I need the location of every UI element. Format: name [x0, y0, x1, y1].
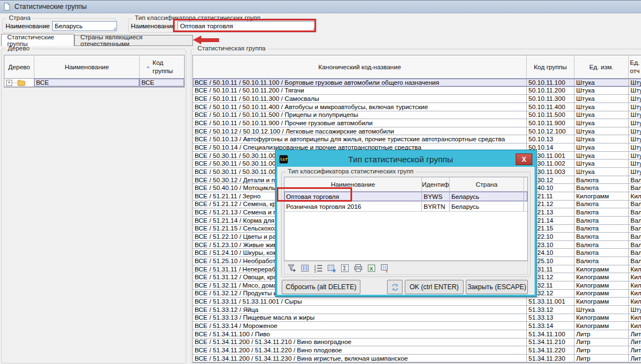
cell-unit-report: Штука — [629, 95, 641, 102]
statgroup-row[interactable]: ВСЕ / 50.10.11 / 50.10.11.400 / Автобусы… — [193, 103, 641, 111]
cell-unit: Штука — [574, 135, 629, 143]
tree-groupbox: Дерево Дерево Наименование ▲ Код группы … — [1, 49, 186, 363]
dialog-row[interactable]: Розничная торговля 2016 BYRTN Беларусь — [284, 202, 527, 212]
grid-setup-icon[interactable]: x — [380, 263, 390, 273]
cell-unit: Литр — [574, 355, 629, 362]
cell-unit: Валюта — [574, 201, 629, 208]
excel-export-icon[interactable]: X — [367, 263, 377, 273]
tab-statistical-groups[interactable]: Статистические группы — [1, 34, 74, 46]
cell-unit: Литр — [574, 346, 629, 354]
cell-canonical: ВСЕ / 50.10.11 / 50.10.11.400 / Автобусы… — [193, 103, 527, 111]
cell-unit: Литр — [574, 339, 629, 346]
tab-label: Страны являющиеся отечественными — [80, 34, 187, 47]
numbering-icon[interactable]: 123 — [313, 263, 323, 273]
classifier-field-label: Наименование — [131, 23, 175, 29]
col-unit[interactable]: Ед. изм. — [574, 55, 629, 78]
svg-text:X: X — [370, 266, 373, 271]
statgroup-row[interactable]: ВСЕ / 51.34.11.200 / 51.34.11.210 / Вино… — [193, 339, 641, 347]
dlg-col-scroll-gutter — [524, 177, 527, 191]
statgroup-row[interactable]: ВСЕ / 50.10.11 / 50.10.11.200 / Тягачи 5… — [193, 87, 641, 95]
close-button[interactable]: Закрыть (ESCAPE) — [466, 280, 528, 294]
statgroup-row[interactable]: ВСЕ / 51.33.13 / Пищевые масла и жиры 51… — [193, 314, 641, 322]
statgroup-row[interactable]: ВСЕ / 51.34.11.200 / 51.34.11.230 / Вина… — [193, 355, 641, 363]
tree-row[interactable]: + ВСЕ ВСЕ — [4, 79, 184, 87]
ok-button[interactable]: OK (ctrl ENTER) — [405, 280, 464, 294]
window-title: Статистические группы — [14, 3, 87, 11]
dialog-title: Тип статистической группы — [288, 155, 513, 164]
cell-code: 50.10.11.100 — [527, 79, 574, 86]
arrow-head — [193, 35, 201, 44]
cell-unit: Штука — [574, 103, 629, 111]
statgroup-row[interactable]: ВСЕ / 51.34.11.100 / Пиво 51.34.11.100 Л… — [193, 330, 641, 339]
filter-icon[interactable] — [287, 263, 297, 273]
window-titlebar: Статистические группы — [0, 0, 641, 13]
cell-canonical: ВСЕ / 51.34.11.200 / 51.34.11.220 / Вино… — [193, 346, 527, 354]
cell-unit: Валюта — [574, 184, 629, 192]
dialog-close-button[interactable]: X — [516, 153, 532, 165]
tree-col-name[interactable]: Наименование — [34, 55, 140, 78]
cell-canonical: ВСЕ / 51.33.12 / Яйца — [193, 306, 527, 314]
dlg-cell-id: BYRTN — [422, 202, 450, 211]
cell-code: 50.10.11.900 — [527, 119, 574, 127]
statgroup-row[interactable]: ВСЕ / 51.33.14 / Мороженое 51.33.14 Кило… — [193, 322, 641, 330]
cell-unit-report: Килограмм — [629, 273, 641, 281]
type-dialog: lsf Тип статистической группы X Тип клас… — [276, 150, 536, 296]
sum-icon[interactable]: Σ — [340, 263, 350, 273]
tree-node-name[interactable]: ВСЕ — [34, 79, 140, 86]
cell-unit-report: Килограмм — [629, 265, 641, 273]
country-input[interactable]: Беларусь — [52, 21, 117, 31]
cell-unit-report: Валюта — [629, 249, 641, 257]
cell-unit-report: Валюта — [629, 225, 641, 233]
cell-unit: Литр — [574, 330, 629, 338]
cell-unit-report: Литр — [629, 346, 641, 354]
cell-unit: Штука — [574, 160, 629, 167]
col-code[interactable]: Код группы — [527, 55, 574, 78]
dlg-cell-country: Беларусь — [450, 202, 524, 211]
cell-code: 50.10.11.300 — [527, 95, 574, 102]
tree-col-code[interactable]: ▲ Код группы — [140, 55, 184, 78]
statgroup-row[interactable]: ВСЕ / 50.10.11 / 50.10.11.500 / Прицепы … — [193, 111, 641, 120]
dialog-group-label: Тип классификатора статистических групп — [286, 168, 416, 175]
cell-unit-report: Штука — [629, 152, 641, 160]
statgroup-row[interactable]: ВСЕ / 50.10.11 / 50.10.11.900 / Прочие г… — [193, 119, 641, 127]
cell-canonical: ВСЕ / 51.34.11.100 / Пиво — [193, 330, 527, 338]
dialog-titlebar[interactable]: lsf Тип статистической группы X — [277, 152, 535, 167]
country-field-label: Наименование — [6, 23, 50, 29]
reset-button[interactable]: Сбросить (alt DELETE) — [282, 280, 360, 294]
statgroup-row[interactable]: ВСЕ / 50.10.12 / 50.10.12.100 / Легковые… — [193, 127, 641, 136]
cell-unit: Килограмм — [574, 298, 629, 305]
cell-unit: Валюта — [574, 233, 629, 240]
columns-icon[interactable] — [300, 263, 310, 273]
cell-unit-report: Штука — [629, 87, 641, 95]
expand-icon[interactable]: + — [6, 80, 12, 86]
refresh-button[interactable] — [387, 280, 403, 294]
statgroup-row[interactable]: ВСЕ / 51.33.12 / Яйца 51.33.12 Штука Шту… — [193, 306, 641, 314]
statgroup-row[interactable]: ВСЕ / 51.33.11 / 51.33.11.001 / Сыры 51.… — [193, 298, 641, 306]
cell-unit-report: Литр — [629, 330, 641, 338]
statgroup-row[interactable]: ВСЕ / 51.34.11.200 / 51.34.11.220 / Вино… — [193, 346, 641, 355]
cell-code: 50.10.13 — [527, 135, 574, 143]
cell-unit: Килограмм — [574, 290, 629, 298]
cell-unit: Килограмм — [574, 314, 629, 322]
cell-code: 50.10.11.400 — [527, 103, 574, 111]
cell-canonical: ВСЕ / 51.33.14 / Мороженое — [193, 322, 527, 330]
cell-code: 51.34.11.210 — [527, 339, 574, 346]
add-table-icon[interactable] — [327, 263, 337, 273]
dlg-col-id[interactable]: Идентиф — [422, 177, 450, 191]
tree-node-code[interactable]: ВСЕ — [140, 79, 184, 86]
dlg-cell-name: Розничная торговля 2016 — [284, 202, 422, 211]
cell-unit-report: Килограмм — [629, 192, 641, 200]
tab-domestic-countries[interactable]: Страны являющиеся отечественными — [74, 35, 193, 46]
country-groupbox: Страна Наименование Беларусь — [2, 18, 116, 33]
dlg-col-country[interactable]: Страна — [450, 177, 524, 191]
col-unit-report[interactable]: Ед. отч — [629, 55, 641, 78]
print-icon[interactable] — [353, 263, 363, 273]
statgroup-row[interactable]: ВСЕ / 50.10.11 / 50.10.11.300 / Самосвал… — [193, 95, 641, 103]
cell-unit-report: Штука — [629, 306, 641, 314]
cell-unit: Валюта — [574, 225, 629, 233]
cell-canonical: ВСЕ / 50.10.11 / 50.10.11.900 / Прочие г… — [193, 119, 527, 127]
statgroup-row[interactable]: ВСЕ / 50.10.11 / 50.10.11.100 / Бортовые… — [193, 79, 641, 87]
statgroup-row[interactable]: ВСЕ / 50.10.13 / Автофургоны и автоприце… — [193, 135, 641, 143]
col-canonical[interactable]: Канонический код-название — [193, 55, 527, 78]
tree-col-tree[interactable]: Дерево — [4, 55, 34, 78]
